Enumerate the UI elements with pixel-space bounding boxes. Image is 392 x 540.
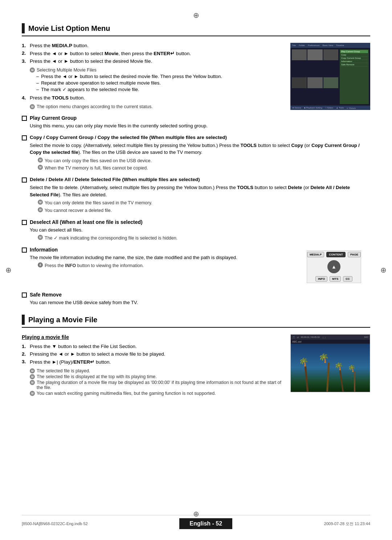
mock-filename: ABC.avi	[291, 340, 370, 344]
section1-content: 1. Press the MEDIA.P button. 2. Press th…	[22, 43, 370, 110]
information-with-remote: Information The movie file information i…	[22, 247, 370, 287]
subsection-deselect: Deselect All (When at least one file is …	[22, 219, 370, 242]
playing-step-2: 2. Pressing the ◄ or ► button to select …	[22, 351, 283, 357]
note-icon-play-4: N	[30, 391, 35, 396]
step-1: 1. Press the MEDIA.P button.	[22, 43, 283, 48]
note-play-3: N The playing duration of a movie file m…	[30, 380, 283, 390]
palm-trunk-3	[339, 370, 343, 392]
palm-trunk-2	[326, 363, 330, 392]
checkbox-play	[22, 116, 27, 121]
menu-item-copy: Copy	[340, 53, 368, 57]
note-play-4: N You can watch exciting gaming multimed…	[30, 391, 283, 396]
remote-btn-info: INFO	[315, 276, 327, 282]
thumb-2	[307, 49, 322, 60]
section1-bar	[22, 23, 25, 33]
left-compass-icon: ⊕	[5, 266, 12, 274]
palm-trunk-1	[305, 366, 309, 392]
remote-row-1: MEDIA.P CONTENT PAGE	[307, 252, 361, 257]
thumb-5	[307, 77, 322, 88]
bottom-file-info: [8500-NA]BN68-02322C-Eng.indb 52	[22, 521, 88, 526]
information-left: Information The movie file information i…	[22, 247, 290, 287]
note-icon-1: N	[30, 68, 35, 73]
note-icon-delete-2: N	[38, 207, 43, 212]
bottom-date-info: 2009-07-28 오전 11:23:44	[324, 521, 370, 527]
subsection-heading-copy: Copy / Copy Current Group / Copy the sel…	[22, 135, 370, 140]
subsection-title-delete: Delete / Delete All / Delete Selected Fi…	[30, 177, 200, 182]
remote-btn-page: PAGE	[348, 252, 361, 257]
palm-leaves-3: 🌴	[334, 362, 343, 371]
thumb-1	[292, 49, 307, 60]
subsection-body-safe: You can remove the USB device safely fro…	[30, 299, 370, 306]
subsection-safe-remove: Safe Remove You can remove the USB devic…	[22, 292, 370, 306]
section2: Playing a Movie File Playing a movie fil…	[22, 315, 370, 397]
section2-bar	[22, 315, 25, 325]
section1-screen-image: Title Folder Preferences Basic View Time…	[290, 43, 370, 110]
section1-left: 1. Press the MEDIA.P button. 2. Press th…	[22, 43, 283, 110]
note-copy-2: N When the TV memory is full, files cann…	[38, 165, 370, 172]
palm-leaves-4: 🌴	[348, 364, 356, 372]
note-delete-2: N You cannot recover a deleted file.	[38, 207, 370, 214]
note-icon-play-1: N	[30, 368, 35, 373]
section2-content: Playing a movie file 1. Press the ▼ butt…	[22, 334, 370, 397]
section1-heading: Movie List Option Menu	[22, 23, 370, 36]
mock-movie-screen: 🎵 ↺ 00:00:01 / 00:05:30 ⋮⋮ 3/37 ABC.avi …	[290, 334, 370, 392]
step-2: 2. Press the ◄ or ► button to select Mov…	[22, 50, 283, 56]
note-icon-play-2: N	[30, 374, 35, 379]
remote-btn-mediap: MEDIA.P	[307, 252, 324, 257]
remote-arrow-btn: ▲	[327, 260, 340, 273]
palm-leaves-1: 🌴	[299, 357, 309, 367]
note-info: 5 Press the INFO button to viewing the i…	[38, 262, 290, 269]
menu-item-copy-group: Copy Current Group	[340, 57, 368, 60]
section2-left: Playing a movie file 1. Press the ▼ butt…	[22, 334, 283, 397]
note-play-2: N The selected file is displayed at the …	[30, 374, 283, 379]
section1-title: Movie List Option Menu	[28, 24, 110, 33]
mock-movie-content: 🌴 🌴 🌴 🌴	[291, 344, 370, 392]
note-icon-delete-1: N	[38, 200, 43, 205]
mock-bottombar-1: ◄ Device ■ Playback Setting □ Select ▲ T…	[290, 106, 370, 110]
subsection-title-deselect: Deselect All (When at least one file is …	[30, 219, 143, 225]
bullet-1: Press the ◄ or ► button to select the de…	[36, 74, 283, 79]
subsection-heading-deselect: Deselect All (When at least one file is …	[22, 219, 370, 225]
page-badge: English - 52	[179, 518, 232, 529]
remote-btn-mts: MTS	[330, 276, 341, 282]
page-wrapper: ⊕ ⊕ ⊕ Movie List Option Menu 1. Press th…	[0, 0, 392, 540]
section2-heading: Playing a Movie File	[22, 315, 370, 328]
subsection-body-play: Using this menu, you can only play movie…	[30, 122, 370, 130]
note-deselect: N The ✓ mark indicating the correspondin…	[38, 235, 370, 242]
mock-menu: Play Current Group Copy Copy Current Gro…	[340, 49, 369, 104]
playing-steps-list: 1. Press the ▼ button to select the File…	[22, 344, 283, 365]
menu-item-play: Play Current Group	[340, 50, 368, 53]
note-icon-2: N	[30, 104, 35, 109]
remote-image-area: MEDIA.P CONTENT PAGE ▲ INFO MTS CC	[298, 247, 370, 287]
mock-topbar-1: Title Folder Preferences Basic View Time…	[290, 43, 370, 48]
checkbox-copy	[22, 135, 27, 140]
subsection-title-info: Information	[30, 247, 58, 253]
note-icon-play-3: N	[30, 380, 35, 385]
note-icon-info: 5	[38, 262, 43, 267]
thumb-4	[292, 77, 307, 88]
thumb-6	[323, 77, 338, 88]
right-compass-icon: ⊕	[380, 266, 387, 274]
note-icon-copy-2: N	[38, 165, 43, 170]
subsection-copy: Copy / Copy Current Group / Copy the sel…	[22, 135, 370, 172]
checkbox-info	[22, 248, 27, 253]
subsection-delete: Delete / Delete All / Delete Selected Fi…	[22, 177, 370, 214]
mock-screen-1: Title Folder Preferences Basic View Time…	[290, 43, 370, 110]
subsection-heading-delete: Delete / Delete All / Delete Selected Fi…	[22, 177, 370, 183]
remote-btn-content: CONTENT	[326, 252, 346, 257]
playing-step-1: 1. Press the ▼ button to select the File…	[22, 344, 283, 349]
mock-thumbs	[292, 49, 338, 104]
note-icon-copy-1: N	[38, 158, 43, 163]
steps-list: 1. Press the MEDIA.P button. 2. Press th…	[22, 43, 283, 64]
palm-scene: 🌴 🌴 🌴 🌴	[291, 344, 370, 392]
subsection-title-copy: Copy / Copy Current Group / Copy the sel…	[30, 135, 227, 140]
mock-movie-bottombar: ◄◄ SUM ⏸ Pause ◄► Jump ▲ Tools ↩ Return	[291, 392, 370, 392]
remote-btn-cc: CC	[343, 276, 352, 282]
menu-item-info: Information	[340, 60, 368, 63]
subsection-information: Information The movie file information i…	[22, 247, 370, 287]
checkbox-safe	[22, 292, 27, 298]
step-4: 4. Press the TOOLS button.	[22, 95, 283, 101]
top-compass-icon: ⊕	[22, 11, 370, 20]
remote-control-img: MEDIA.P CONTENT PAGE ▲ INFO MTS CC	[307, 250, 361, 283]
note-selecting: N Selecting Multiple Movie Files	[30, 68, 283, 73]
